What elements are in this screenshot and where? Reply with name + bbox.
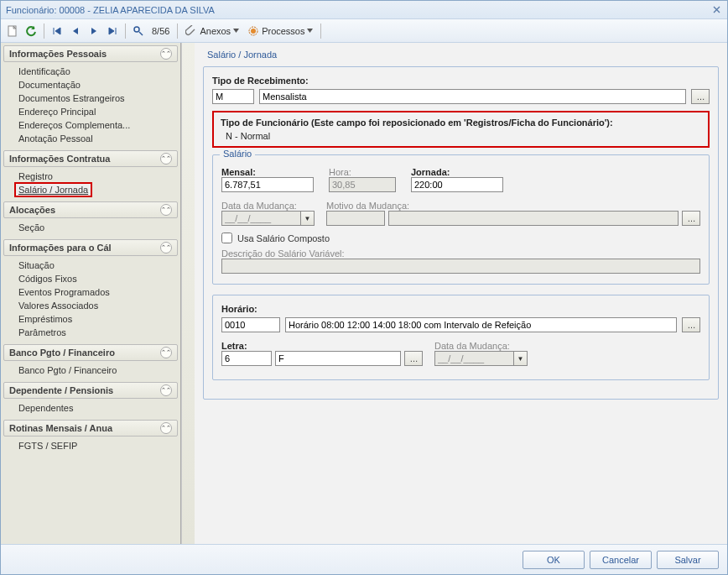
sidebar-item[interactable]: Seção <box>15 221 178 234</box>
letra-lookup[interactable]: … <box>404 351 423 366</box>
sidebar-item[interactable]: Empréstimos <box>15 312 178 326</box>
sidebar-item[interactable]: Parâmetros <box>15 326 178 339</box>
usa-salario-composto-label: Usa Salário Composto <box>237 233 330 243</box>
ok-button[interactable]: OK <box>523 551 585 569</box>
salario-legend: Salário <box>220 149 255 159</box>
sidebar-item[interactable]: Endereços Complementa... <box>15 118 178 132</box>
sidebar-item[interactable]: Registro <box>15 170 178 183</box>
chevron-up-icon: ⌃⌃ <box>160 347 172 358</box>
sidebar-section-title: Informações Contratua <box>9 154 110 164</box>
mensal-input[interactable] <box>221 177 314 192</box>
chevron-up-icon: ⌃⌃ <box>160 204 172 216</box>
nav-first-icon[interactable] <box>49 23 65 39</box>
data-mudanca2-label: Data da Mudança: <box>434 341 528 351</box>
chevron-up-icon: ⌃⌃ <box>160 422 172 434</box>
chevron-up-icon: ⌃⌃ <box>160 48 172 60</box>
record-counter: 8/56 <box>152 26 169 36</box>
data-mudanca-label: Data da Mudança: <box>221 201 315 211</box>
svg-point-1 <box>134 27 139 32</box>
tipo-funcionario-label: Tipo de Funcionário (Este campo foi repo… <box>221 118 701 128</box>
horario-label: Horário: <box>221 304 700 314</box>
search-icon[interactable] <box>130 23 147 39</box>
motivo-desc-input <box>388 211 679 226</box>
sidebar-section-3[interactable]: Informações para o Cál⌃⌃ <box>3 239 178 256</box>
form-pane: Salário / Jornada Tipo de Recebimento: …… <box>195 43 727 544</box>
svg-line-2 <box>139 32 143 35</box>
motivo-code-input <box>326 211 385 226</box>
tipo-recebimento-code[interactable] <box>212 89 254 104</box>
svg-point-3 <box>251 29 256 34</box>
desc-sal-var-label: Descrição do Salário Variável: <box>221 248 700 259</box>
sidebar-scrollbar[interactable] <box>181 43 195 544</box>
tipo-funcionario-value: N - Normal <box>221 131 701 141</box>
anexos-dropdown[interactable]: Anexos <box>182 23 242 39</box>
window-title: Funcionário: 00008 - ZELIA APARECIDA DA … <box>6 5 710 15</box>
new-icon[interactable] <box>4 23 21 39</box>
cancelar-button[interactable]: Cancelar <box>590 551 652 569</box>
tipo-funcionario-highlight: Tipo de Funcionário (Este campo foi repo… <box>212 111 710 148</box>
close-icon[interactable] <box>710 4 722 16</box>
sidebar-section-title: Rotinas Mensais / Anua <box>9 423 112 433</box>
horario-code-input[interactable] <box>221 317 280 332</box>
jornada-input[interactable] <box>411 177 503 192</box>
toolbar-separator <box>125 24 126 39</box>
tab-title: Salário / Jornada <box>203 48 719 61</box>
letra-desc-input[interactable] <box>275 351 401 366</box>
sidebar-section-0[interactable]: Informações Pessoais⌃⌃ <box>3 45 178 62</box>
toolbar-separator <box>320 24 321 39</box>
sidebar-item[interactable]: Identificação <box>15 65 178 78</box>
data-mudanca-input <box>221 211 301 226</box>
refresh-icon[interactable] <box>23 23 39 39</box>
sidebar-item[interactable]: FGTS / SEFIP <box>15 439 178 452</box>
letra-code-input[interactable] <box>221 351 272 366</box>
data-mudanca-dd[interactable]: ▼ <box>301 211 315 226</box>
mensal-label: Mensal: <box>221 167 314 177</box>
sidebar-section-title: Dependente / Pensionis <box>9 385 113 395</box>
nav-next-icon[interactable] <box>86 23 102 39</box>
nav-last-icon[interactable] <box>104 23 121 39</box>
sidebar-item[interactable]: Salário / Jornada <box>15 183 91 196</box>
data-mudanca2-dd[interactable]: ▼ <box>514 351 528 366</box>
sidebar-section-2[interactable]: Alocações⌃⌃ <box>3 201 178 218</box>
nav-prev-icon[interactable] <box>67 23 84 39</box>
sidebar-section-title: Informações para o Cál <box>9 243 112 253</box>
sidebar-item[interactable]: Situação <box>15 259 178 272</box>
sidebar-section-title: Alocações <box>9 205 55 215</box>
desc-sal-var-input <box>221 259 700 274</box>
sidebar-section-6[interactable]: Rotinas Mensais / Anua⌃⌃ <box>3 420 178 436</box>
toolbar-separator <box>44 24 44 39</box>
gear-icon <box>247 25 259 37</box>
tipo-recebimento-desc[interactable] <box>259 89 686 104</box>
sidebar-item[interactable]: Códigos Fixos <box>15 272 178 285</box>
sidebar-item[interactable]: Banco Pgto / Financeiro <box>15 363 178 377</box>
sidebar-item[interactable]: Eventos Programados <box>15 285 178 299</box>
sidebar-item[interactable]: Documentação <box>15 78 178 91</box>
motivo-lookup[interactable]: … <box>682 211 700 226</box>
sidebar: Informações Pessoais⌃⌃IdentificaçãoDocum… <box>1 43 181 544</box>
tipo-recebimento-label: Tipo de Recebimento: <box>212 76 309 86</box>
hora-input <box>329 177 396 192</box>
salvar-button[interactable]: Salvar <box>657 551 719 569</box>
processos-dropdown[interactable]: Processos <box>244 23 316 39</box>
sidebar-section-5[interactable]: Dependente / Pensionis⌃⌃ <box>3 382 178 399</box>
motivo-mudanca-label: Motivo da Mudança: <box>326 201 700 211</box>
usa-salario-composto-checkbox[interactable] <box>221 233 232 243</box>
sidebar-item[interactable]: Dependentes <box>15 401 178 415</box>
horario-lookup[interactable]: … <box>682 317 700 332</box>
jornada-label: Jornada: <box>411 167 503 177</box>
horario-desc-input[interactable] <box>285 317 677 332</box>
sidebar-section-title: Informações Pessoais <box>9 49 107 59</box>
toolbar-separator <box>177 24 178 39</box>
sidebar-item[interactable]: Valores Associados <box>15 299 178 312</box>
data-mudanca2-input <box>434 351 514 366</box>
hora-label: Hora: <box>329 167 396 177</box>
sidebar-section-1[interactable]: Informações Contratua⌃⌃ <box>3 150 178 167</box>
sidebar-item[interactable]: Anotação Pessoal <box>15 132 178 145</box>
sidebar-item[interactable]: Documentos Estrangeiros <box>15 91 178 105</box>
chevron-up-icon: ⌃⌃ <box>160 384 172 396</box>
sidebar-section-4[interactable]: Banco Pgto / Financeiro⌃⌃ <box>3 344 178 361</box>
sidebar-item[interactable]: Endereço Principal <box>15 105 178 118</box>
tipo-recebimento-lookup[interactable]: … <box>691 89 710 104</box>
attachment-icon <box>185 25 197 37</box>
chevron-up-icon: ⌃⌃ <box>160 153 172 165</box>
